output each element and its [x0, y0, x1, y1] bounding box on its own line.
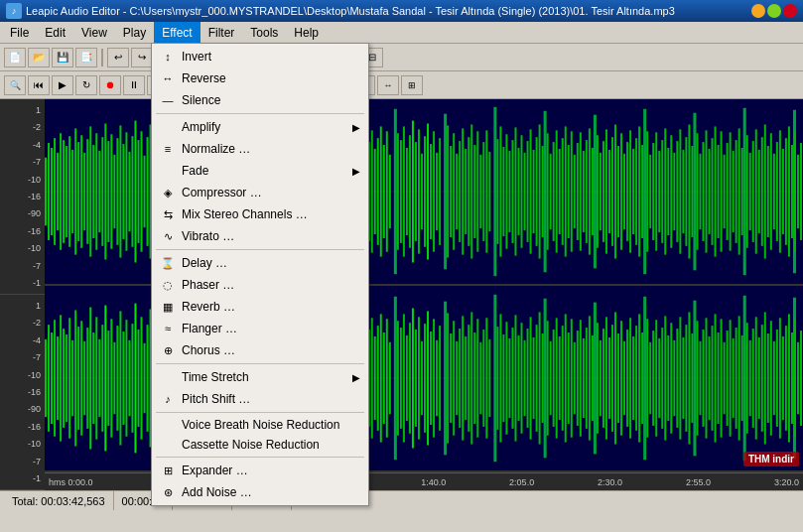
undo-button[interactable]: ↩	[107, 48, 129, 67]
effect-expander[interactable]: ⊞ Expander …	[152, 460, 368, 481]
svg-rect-287	[128, 340, 130, 416]
effect-delay[interactable]: ⌛ Delay …	[152, 252, 368, 274]
svg-rect-280	[107, 331, 109, 426]
effect-phaser[interactable]: ◌ Phaser …	[152, 274, 368, 296]
vibrato-icon: ∿	[160, 228, 176, 244]
svg-rect-247	[773, 154, 775, 229]
svg-rect-32	[134, 121, 136, 263]
open-button[interactable]: 📂	[28, 48, 50, 67]
svg-rect-235	[736, 140, 737, 243]
svg-rect-231	[724, 155, 726, 228]
effect-amplify[interactable]: Amplify ▶	[152, 116, 368, 138]
titlebar: ♪ Leapic Audio Editor - C:\Users\mystr_0…	[0, 0, 803, 22]
svg-rect-412	[485, 318, 487, 438]
save-button[interactable]: 💾	[52, 48, 73, 67]
svg-rect-371	[380, 314, 382, 442]
svg-rect-475	[685, 325, 687, 432]
menu-view[interactable]: View	[73, 22, 115, 43]
zoom-btn[interactable]: 🔍	[4, 75, 26, 95]
redo-button[interactable]: ↪	[131, 48, 153, 67]
svg-rect-436	[565, 314, 567, 442]
menu-filter[interactable]: Filter	[201, 22, 243, 43]
separator-a	[156, 113, 364, 114]
menu-edit[interactable]: Edit	[37, 22, 73, 43]
maximize-button[interactable]	[767, 4, 781, 18]
misc-btn2[interactable]: ↔	[377, 75, 399, 95]
close-button[interactable]	[783, 4, 797, 18]
svg-rect-237	[741, 148, 743, 235]
misc-btn3[interactable]: ⊞	[401, 75, 423, 95]
menu-tools[interactable]: Tools	[242, 22, 286, 43]
svg-rect-216	[676, 141, 678, 242]
svg-rect-152	[473, 145, 475, 238]
svg-rect-384	[397, 321, 399, 436]
rec-btn[interactable]: ⏺	[99, 75, 121, 95]
effect-normalize[interactable]: ≡ Normalize …	[152, 138, 368, 160]
svg-rect-34	[141, 131, 143, 251]
time-mark-5: 2:05.0	[509, 477, 534, 487]
effect-chorus[interactable]: ⊕ Chorus …	[152, 339, 368, 361]
prev-btn[interactable]: ⏮	[28, 75, 50, 95]
svg-rect-443	[586, 328, 588, 429]
effect-time-stretch[interactable]: Time Stretch ▶	[152, 366, 368, 388]
menu-file[interactable]: File	[2, 22, 37, 43]
effect-vibrato[interactable]: ∿ Vibrato …	[152, 225, 368, 247]
svg-rect-508	[788, 314, 790, 442]
chorus-icon: ⊕	[160, 342, 176, 358]
svg-rect-498	[758, 337, 760, 419]
effect-reverb[interactable]: ▦ Reverb …	[152, 296, 368, 318]
effect-silence[interactable]: — Silence	[152, 89, 368, 111]
menu-play[interactable]: Play	[115, 22, 154, 43]
svg-rect-250	[782, 149, 784, 234]
effect-flanger[interactable]: ≈ Flanger …	[152, 318, 368, 339]
effect-cassette-noise[interactable]: Cassette Noise Reduction	[152, 435, 368, 455]
svg-rect-164	[514, 127, 516, 255]
menu-help[interactable]: Help	[286, 22, 327, 43]
effect-compressor[interactable]: ◈ Compressor …	[152, 182, 368, 203]
svg-rect-488	[727, 331, 729, 426]
svg-rect-416	[502, 334, 504, 422]
svg-rect-252	[788, 126, 790, 256]
svg-rect-423	[524, 340, 526, 416]
svg-rect-276	[95, 317, 97, 439]
status-total: Total: 00:03:42,563	[4, 491, 114, 510]
svg-rect-212	[664, 128, 666, 254]
play-btn[interactable]: ▶	[52, 75, 73, 95]
effect-pitch-shift[interactable]: ♪ Pitch Shift …	[152, 388, 368, 410]
svg-rect-474	[682, 337, 684, 419]
menu-effect[interactable]: Effect	[154, 22, 200, 43]
svg-rect-455	[623, 341, 625, 415]
effect-phaser-label: Phaser …	[182, 278, 234, 292]
svg-rect-381	[693, 301, 696, 457]
pause-btn[interactable]: ⏸	[123, 75, 145, 95]
play-loop-btn[interactable]: ↻	[75, 75, 97, 95]
svg-rect-395	[430, 332, 432, 425]
svg-rect-512	[800, 331, 802, 426]
effect-invert[interactable]: ↕ Invert	[152, 46, 368, 67]
effect-voice-breath[interactable]: Voice Breath Noise Reduction	[152, 415, 368, 435]
svg-rect-138	[427, 123, 429, 259]
time-stretch-arrow: ▶	[352, 372, 360, 383]
total-label: Total:	[12, 495, 38, 507]
effect-reverse[interactable]: ↔ Reverse	[152, 67, 368, 89]
svg-rect-190	[597, 135, 599, 248]
svg-rect-415	[499, 314, 501, 442]
pitch-shift-icon: ♪	[160, 391, 176, 407]
svg-rect-368	[371, 318, 373, 438]
svg-rect-193	[605, 129, 607, 253]
effect-add-noise[interactable]: ⊛ Add Noise …	[152, 481, 368, 503]
svg-rect-422	[521, 323, 523, 434]
effect-fade[interactable]: Fade ▶	[152, 160, 368, 182]
svg-rect-426	[533, 337, 535, 419]
svg-rect-162	[508, 151, 510, 232]
svg-rect-131	[406, 148, 408, 235]
svg-rect-167	[524, 153, 526, 230]
svg-rect-433	[556, 318, 558, 438]
svg-rect-22	[104, 123, 106, 259]
new-button[interactable]: 📄	[4, 48, 26, 67]
svg-rect-482	[709, 336, 711, 420]
svg-rect-372	[383, 332, 385, 424]
save-as-button[interactable]: 📑	[75, 48, 97, 67]
effect-mix-stereo[interactable]: ⇆ Mix Stereo Channels …	[152, 203, 368, 225]
minimize-button[interactable]	[751, 4, 765, 18]
